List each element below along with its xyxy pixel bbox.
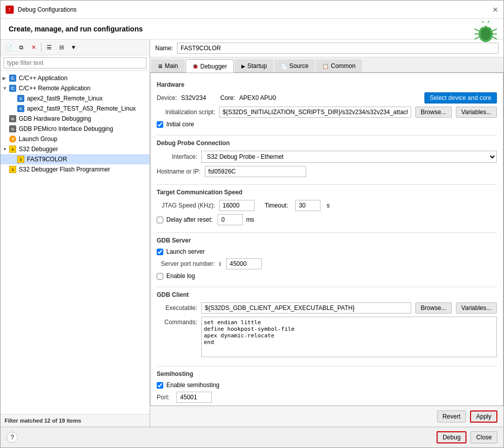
executable-input[interactable]: [201, 302, 411, 314]
expand-button[interactable]: ▼: [68, 42, 79, 53]
commands-label: Commands:: [157, 317, 197, 326]
name-bar: Name:: [150, 40, 503, 57]
init-script-input[interactable]: [219, 107, 411, 118]
jtag-input[interactable]: [219, 200, 255, 211]
help-button[interactable]: ?: [7, 432, 18, 443]
divider-3: [157, 232, 497, 233]
init-script-row: Initialization script: Browse... Variabl…: [157, 107, 497, 118]
hostname-label: Hostname or IP:: [157, 168, 201, 175]
divider-4: [157, 287, 497, 287]
tree-label-apex2-test: apex2_fast9_TEST_A53_Remote_Linux: [27, 105, 136, 112]
tree-label-cpp-app: C/C++ Application: [19, 75, 67, 82]
tree-item-cpp-remote[interactable]: ▼ C C/C++ Remote Application: [1, 83, 150, 93]
cpp-app-icon: C: [9, 74, 17, 82]
divider-1: [157, 135, 497, 135]
tree-arrow-cpp-app: ▶: [3, 76, 9, 81]
filter-of-text: of: [51, 418, 59, 424]
tree-item-launch-group[interactable]: ⚙ Launch Group: [1, 134, 150, 144]
timeout-input[interactable]: [295, 200, 320, 211]
apply-button[interactable]: Apply: [470, 410, 497, 423]
init-browse-button[interactable]: Browse...: [415, 107, 452, 118]
enable-log-checkbox[interactable]: [157, 273, 163, 280]
executable-label: Executable:: [157, 304, 197, 312]
delay-reset-label: Delay after reset:: [166, 216, 212, 223]
executable-row: Executable: Browse... Variables...: [157, 302, 497, 314]
tree-item-apex2-test[interactable]: c apex2_fast9_TEST_A53_Remote_Linux: [1, 104, 150, 114]
tab-source[interactable]: 📄 Source: [274, 59, 315, 72]
tree-item-apex2-fast9[interactable]: c apex2_fast9_Remote_Linux: [1, 93, 150, 104]
tab-common[interactable]: 📋 Common: [316, 59, 362, 72]
hostname-input[interactable]: [205, 166, 306, 177]
exec-browse-button[interactable]: Browse...: [415, 302, 452, 314]
launch-server-row: Launch server: [157, 248, 497, 255]
init-script-label: Initialization script:: [157, 109, 215, 116]
footer-buttons-bar: ? Debug Close: [1, 427, 503, 447]
svg-point-12: [482, 24, 485, 27]
tree-label-s32-debugger: S32 Debugger: [19, 146, 58, 153]
left-toolbar: 📄 ⧉ ✕ ☰ ⊟ ▼: [1, 40, 150, 55]
debug-configurations-window: Debug Configurations ✕ Create, manage, a…: [0, 0, 504, 448]
tab-debugger[interactable]: 🐞 Debugger: [186, 59, 234, 73]
debugger-tab-icon: 🐞: [192, 63, 198, 69]
s32-debugger-icon: S: [9, 145, 17, 153]
target-speed-title: Target Communication Speed: [157, 189, 497, 196]
enable-semihosting-checkbox[interactable]: [157, 382, 163, 389]
svg-point-13: [487, 24, 490, 27]
tree-item-s32-debugger[interactable]: ▼ S S32 Debugger: [1, 144, 150, 154]
select-device-button[interactable]: Select device and core: [424, 92, 497, 104]
name-input[interactable]: [177, 43, 498, 54]
svg-point-1: [9, 8, 11, 10]
server-port-input[interactable]: [226, 258, 262, 269]
apex2-test-icon: c: [17, 105, 25, 113]
commands-textarea[interactable]: set endian little define hookpost-symbol…: [201, 317, 497, 357]
semihosting-port-row: Port:: [157, 392, 497, 403]
revert-button[interactable]: Revert: [437, 410, 466, 423]
interface-select[interactable]: S32 Debug Probe - Ethernet: [201, 151, 497, 163]
startup-tab-icon: ▶: [241, 63, 245, 69]
tree-arrow-s32: ▼: [3, 147, 9, 152]
close-window-button[interactable]: ✕: [492, 6, 498, 14]
initial-core-checkbox[interactable]: [157, 121, 163, 128]
tree-item-gdb-pemicro[interactable]: G GDB PEMicro Interface Debugging: [1, 124, 150, 134]
new-config-button[interactable]: 📄: [4, 42, 15, 53]
delay-reset-checkbox[interactable]: [157, 217, 163, 223]
launch-server-label: Launch server: [166, 248, 205, 255]
gdb-client-title: GDB Client: [157, 291, 497, 298]
duplicate-config-button[interactable]: ⧉: [16, 42, 27, 53]
exec-variables-button[interactable]: Variables...: [456, 302, 497, 314]
config-tree: ▶ C C/C++ Application ▼ C C/C++ Remote A…: [1, 71, 150, 414]
delay-unit: ms: [246, 216, 254, 223]
debug-button[interactable]: Debug: [437, 431, 466, 443]
launch-group-icon: ⚙: [9, 135, 17, 143]
semihosting-section: Semihosting Enable semihosting Port:: [157, 370, 497, 403]
server-port-info-icon: ℹ: [219, 261, 221, 267]
semihosting-port-input[interactable]: [176, 392, 212, 403]
tree-label-cpp-remote: C/C++ Remote Application: [19, 85, 90, 92]
tree-item-fast9color[interactable]: S FAST9COLOR: [1, 154, 150, 164]
gdb-client-section: GDB Client Executable: Browse... Variabl…: [157, 291, 497, 359]
jtag-row: JTAG Speed (KHz): Timeout: s: [157, 200, 497, 211]
tab-main[interactable]: 🖥 Main: [151, 59, 185, 72]
header-subtitle: Create, manage, and run configurations: [9, 25, 495, 33]
svg-line-6: [475, 29, 479, 31]
tree-item-cpp-app[interactable]: ▶ C C/C++ Application: [1, 73, 150, 83]
hardware-section: Hardware Device: S32V234 Core: APEX0 APU…: [157, 81, 497, 128]
toolbar-separator-1: [41, 43, 42, 52]
tree-item-gdb-hardware[interactable]: G GDB Hardware Debugging: [1, 114, 150, 124]
filter-input[interactable]: [4, 57, 147, 68]
close-button[interactable]: Close: [471, 431, 497, 443]
hostname-row: Hostname or IP:: [157, 166, 497, 177]
tab-source-label: Source: [289, 62, 308, 70]
delay-value-input[interactable]: [218, 214, 243, 225]
svg-line-11: [492, 37, 497, 39]
collapse-button[interactable]: ⊟: [56, 42, 67, 53]
delete-config-button[interactable]: ✕: [28, 42, 39, 53]
tab-common-label: Common: [331, 62, 355, 70]
enable-log-row: Enable log: [157, 272, 497, 280]
filter-box: [1, 55, 150, 71]
launch-server-checkbox[interactable]: [157, 249, 163, 255]
init-variables-button[interactable]: Variables...: [456, 107, 497, 118]
tree-item-s32-flash[interactable]: S S32 Debugger Flash Programmer: [1, 164, 150, 175]
filter-button[interactable]: ☰: [44, 42, 55, 53]
tab-startup[interactable]: ▶ Startup: [235, 59, 274, 72]
